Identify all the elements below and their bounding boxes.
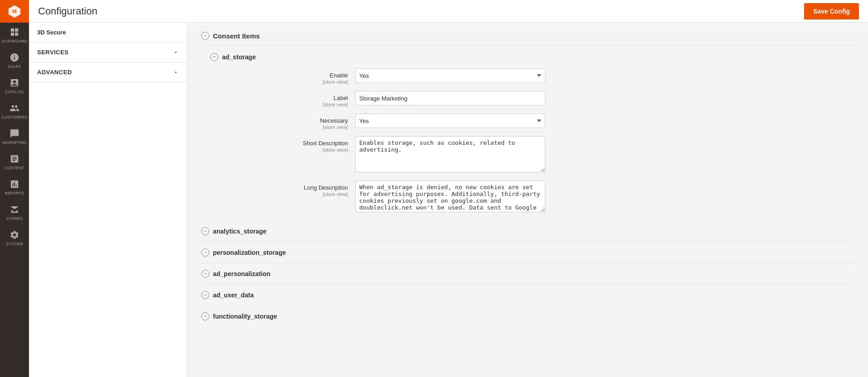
ad-personalization-row[interactable]: ad_personalization <box>201 263 854 284</box>
sidebar-item-catalog-label: CATALOG <box>5 90 24 94</box>
ad-user-data-row[interactable]: ad_user_data <box>201 284 854 305</box>
short-desc-sublabel: [store view] <box>201 147 348 153</box>
long-desc-sublabel: [store view] <box>201 191 348 197</box>
save-config-button[interactable]: Save Config <box>804 3 859 19</box>
page-title: Configuration <box>38 5 97 17</box>
analytics-storage-collapse-icon[interactable] <box>201 227 209 235</box>
long-desc-label: Long Description <box>304 184 348 191</box>
label-label-col: Label [store view] <box>201 91 355 107</box>
services-label: SERVICES <box>37 49 69 56</box>
long-desc-textarea[interactable]: When ad_storage is denied, no new cookie… <box>355 181 545 212</box>
analytics-storage-row[interactable]: analytics_storage <box>201 220 854 242</box>
left-panel-section-advanced[interactable]: ADVANCED <box>29 62 187 82</box>
short-desc-field-col: Enables storage, such as cookies, relate… <box>355 136 854 174</box>
sidebar-item-stores[interactable]: STORES <box>0 200 29 225</box>
sidebar-item-marketing-label: MARKETING <box>2 140 26 145</box>
ad-storage-collapse-icon[interactable] <box>210 53 218 61</box>
sidebar-item-reports-label: REPORTS <box>5 191 24 196</box>
sidebar-item-sales[interactable]: SALES <box>0 48 29 73</box>
sidebar-item-dashboard[interactable]: DASHBOARD <box>0 23 29 48</box>
left-panel-section-services[interactable]: SERVICES <box>29 43 187 62</box>
necessary-sublabel: [store view] <box>201 124 348 130</box>
content-area: 3D Secure SERVICES ADVANCED Consent Item… <box>29 23 868 377</box>
long-desc-field-row: Long Description [store view] When ad_st… <box>201 181 854 214</box>
sidebar-item-customers[interactable]: CUSTOMERS <box>0 99 29 124</box>
ad-personalization-title: ad_personalization <box>213 270 270 277</box>
enable-field-col: Yes No <box>355 68 854 83</box>
ad-storage-title: ad_storage <box>222 53 256 61</box>
sidebar-item-stores-label: STORES <box>6 216 23 221</box>
sidebar-item-customers-label: CUSTOMERS <box>2 115 28 119</box>
sidebar-item-marketing[interactable]: MARKETING <box>0 124 29 149</box>
analytics-storage-title: analytics_storage <box>213 228 266 235</box>
short-desc-label: Short Description <box>303 140 348 147</box>
functionality-storage-collapse-icon[interactable] <box>201 312 209 320</box>
personalization-storage-title: personalization_storage <box>213 249 286 256</box>
long-desc-label-col: Long Description [store view] <box>201 181 355 197</box>
long-desc-field-col: When ad_storage is denied, no new cookie… <box>355 181 854 214</box>
label-sublabel: [store view] <box>201 102 348 107</box>
short-desc-textarea[interactable]: Enables storage, such as cookies, relate… <box>355 136 545 172</box>
label-input[interactable] <box>355 91 545 105</box>
sidebar-item-content[interactable]: CONTENT <box>0 149 29 175</box>
svg-rect-4 <box>15 33 18 36</box>
svg-text:M: M <box>12 9 16 14</box>
sidebar-item-catalog[interactable]: CATALOG <box>0 73 29 99</box>
sidebar-item-sales-label: SALES <box>8 64 21 69</box>
advanced-label: ADVANCED <box>37 69 72 76</box>
main-area: Configuration Save Config 3D Secure SERV… <box>29 0 868 377</box>
sidebar-item-content-label: CONTENT <box>5 166 24 170</box>
sidebar-item-system[interactable]: SYSTEM <box>0 225 29 251</box>
personalization-storage-collapse-icon[interactable] <box>201 248 209 257</box>
svg-rect-3 <box>11 33 14 36</box>
page-header: Configuration Save Config <box>29 0 868 23</box>
consent-items-section-header: Consent Items <box>201 32 854 46</box>
sidebar: M DASHBOARD SALES CATALOG CUSTOMERS MARK… <box>0 0 29 377</box>
necessary-label-col: Necessary [store view] <box>201 114 355 130</box>
enable-select[interactable]: Yes No <box>355 68 545 83</box>
left-panel-item-3d-secure[interactable]: 3D Secure <box>29 23 187 43</box>
sidebar-item-dashboard-label: DASHBOARD <box>2 39 28 43</box>
logo[interactable]: M <box>0 0 29 23</box>
label-field-row: Label [store view] <box>201 91 854 107</box>
ad-personalization-collapse-icon[interactable] <box>201 270 209 278</box>
sidebar-item-reports[interactable]: REPORTS <box>0 175 29 200</box>
ad-storage-header: ad_storage <box>210 53 854 61</box>
ad-user-data-collapse-icon[interactable] <box>201 291 209 299</box>
sidebar-item-system-label: SYSTEM <box>6 242 23 246</box>
consent-items-collapse-icon[interactable] <box>201 32 209 40</box>
enable-field-row: Enable [store view] Yes No <box>201 68 854 85</box>
necessary-field-col: Yes No <box>355 114 854 128</box>
functionality-storage-title: functionality_storage <box>213 313 277 320</box>
necessary-select[interactable]: Yes No <box>355 114 545 128</box>
functionality-storage-row[interactable]: functionality_storage <box>201 305 854 327</box>
ad-storage-section: ad_storage Enable [store view] Yes No <box>201 53 854 214</box>
consent-items-title: Consent Items <box>213 32 260 40</box>
ad-user-data-title: ad_user_data <box>213 291 254 299</box>
left-panel: 3D Secure SERVICES ADVANCED <box>29 23 188 377</box>
short-desc-field-row: Short Description [store view] Enables s… <box>201 136 854 174</box>
svg-rect-1 <box>11 29 14 32</box>
enable-sublabel: [store view] <box>201 79 348 85</box>
necessary-field-row: Necessary [store view] Yes No <box>201 114 854 130</box>
right-panel: Consent Items ad_storage Enable [store v… <box>188 23 868 377</box>
label-field-col <box>355 91 854 105</box>
necessary-label: Necessary <box>320 117 348 124</box>
enable-label: Enable <box>330 72 348 79</box>
personalization-storage-row[interactable]: personalization_storage <box>201 242 854 263</box>
enable-label-col: Enable [store view] <box>201 68 355 85</box>
short-desc-label-col: Short Description [store view] <box>201 136 355 153</box>
label-label: Label <box>333 95 348 101</box>
svg-rect-2 <box>15 29 18 32</box>
